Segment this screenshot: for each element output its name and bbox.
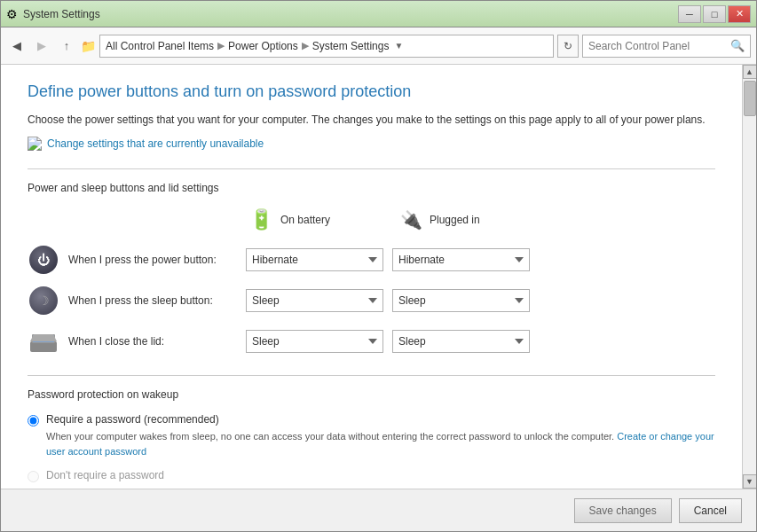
page-description: Choose the power settings that you want … — [28, 112, 715, 128]
require-password-label: Require a password (recommended) — [46, 413, 715, 426]
scrollbar: ▲ ▼ — [742, 65, 756, 489]
main-content: Define power buttons and turn on passwor… — [1, 65, 742, 489]
sleep-circle-icon: ☽ — [29, 286, 58, 315]
title-controls: ─ □ ✕ — [678, 5, 751, 23]
power-button-dropdowns: Hibernate Do nothing Sleep Shut down Tur… — [246, 248, 530, 271]
address-dropdown-arrow[interactable]: ▼ — [394, 41, 403, 51]
sleep-button-battery-select[interactable]: Sleep Do nothing Hibernate Shut down Tur… — [246, 289, 383, 312]
up-button[interactable]: ↑ — [56, 35, 77, 57]
breadcrumb-sep-1: ▶ — [217, 40, 225, 51]
require-password-content: Require a password (recommended) When yo… — [46, 413, 715, 458]
power-button-plugged-select[interactable]: Hibernate Do nothing Sleep Shut down Tur… — [392, 248, 530, 271]
power-table: 🔋 On battery 🔌 Plugged in ⏻ When I press… — [28, 208, 715, 357]
lid-battery-select[interactable]: Sleep Do nothing Hibernate Shut down Tur… — [246, 330, 383, 353]
breadcrumb-sep-2: ▶ — [302, 40, 309, 51]
no-require-password-radio[interactable] — [28, 471, 39, 482]
close-button[interactable]: ✕ — [728, 5, 751, 23]
breadcrumb-power-options[interactable]: Power Options — [228, 40, 298, 52]
scroll-down-button[interactable]: ▼ — [743, 474, 757, 489]
change-settings-link[interactable]: Change settings that are currently unava… — [47, 137, 264, 150]
power-table-header: 🔋 On battery 🔌 Plugged in — [28, 208, 715, 231]
sleep-button-plugged-select[interactable]: Sleep Do nothing Hibernate Shut down Tur… — [392, 289, 530, 312]
battery-icon: 🔋 — [249, 208, 273, 231]
folder-icon: 📁 — [81, 39, 96, 53]
no-require-password-desc: When your computer wakes from sleep, any… — [46, 485, 715, 489]
power-button-icon: ⏻ — [28, 244, 59, 276]
window-title: System Settings — [23, 8, 100, 20]
settings-link-container: Change settings that are currently unava… — [28, 137, 715, 151]
back-button[interactable]: ◀ — [6, 35, 28, 57]
app-icon: ⚙ — [6, 7, 18, 21]
breadcrumb-system-settings: System Settings — [312, 40, 390, 52]
no-require-password-option: Don't require a password When your compu… — [28, 469, 715, 489]
lid-row: When I close the lid: Sleep Do nothing H… — [28, 325, 715, 357]
address-bar: All Control Panel Items ▶ Power Options … — [99, 35, 554, 58]
title-bar: ⚙ System Settings ─ □ ✕ — [1, 1, 756, 27]
lid-dropdowns: Sleep Do nothing Hibernate Shut down Tur… — [246, 330, 530, 353]
scroll-thumb[interactable] — [744, 81, 756, 116]
col-header-battery: 🔋 On battery — [249, 208, 400, 231]
col-plugged-label: Plugged in — [430, 214, 480, 226]
search-box: 🔍 — [582, 35, 751, 58]
page-title: Define power buttons and turn on passwor… — [28, 82, 715, 101]
search-icon: 🔍 — [730, 39, 745, 52]
col-battery-label: On battery — [280, 214, 330, 226]
nav-bar: ◀ ▶ ↑ 📁 All Control Panel Items ▶ Power … — [1, 27, 756, 65]
search-input[interactable] — [588, 40, 727, 52]
sleep-button-label: When I press the sleep button: — [68, 294, 246, 307]
require-password-desc: When your computer wakes from sleep, no … — [46, 429, 715, 458]
shield-icon — [28, 137, 42, 151]
maximize-button[interactable]: □ — [703, 5, 726, 23]
svg-marker-3 — [30, 334, 57, 341]
no-require-password-label: Don't require a password — [46, 469, 715, 481]
section-divider-2 — [28, 375, 715, 376]
breadcrumb-all-items[interactable]: All Control Panel Items — [106, 40, 214, 52]
password-section: Password protection on wakeup Require a … — [28, 375, 715, 489]
title-bar-left: ⚙ System Settings — [6, 7, 100, 21]
lid-label: When I close the lid: — [68, 335, 246, 348]
create-password-link[interactable]: Create or change your user account passw… — [46, 431, 714, 457]
cancel-button[interactable]: Cancel — [679, 498, 742, 523]
require-password-radio[interactable] — [28, 415, 39, 426]
password-section-title: Password protection on wakeup — [28, 388, 715, 401]
save-changes-button[interactable]: Save changes — [574, 498, 672, 523]
forward-button[interactable]: ▶ — [31, 35, 52, 57]
plug-icon: 🔌 — [400, 209, 422, 231]
no-require-password-content: Don't require a password When your compu… — [46, 469, 715, 489]
laptop-lid-svg — [28, 329, 59, 354]
lid-plugged-select[interactable]: Sleep Do nothing Hibernate Shut down Tur… — [392, 330, 530, 353]
power-circle-icon: ⏻ — [29, 246, 58, 274]
content-area: Define power buttons and turn on passwor… — [1, 65, 756, 489]
sleep-button-dropdowns: Sleep Do nothing Hibernate Shut down Tur… — [246, 289, 530, 312]
power-button-label: When I press the power button: — [68, 254, 246, 266]
window: ⚙ System Settings ─ □ ✕ ◀ ▶ ↑ 📁 All Cont… — [0, 0, 757, 532]
power-section-title: Power and sleep buttons and lid settings — [28, 182, 715, 194]
power-button-row: ⏻ When I press the power button: Hiberna… — [28, 244, 715, 276]
section-divider-1 — [28, 168, 715, 169]
col-header-plugged: 🔌 Plugged in — [400, 208, 551, 231]
lid-icon — [28, 325, 59, 357]
refresh-button[interactable]: ↻ — [557, 35, 579, 58]
bottom-bar: Save changes Cancel — [1, 489, 756, 531]
power-button-battery-select[interactable]: Hibernate Do nothing Sleep Shut down Tur… — [246, 248, 383, 271]
require-password-option: Require a password (recommended) When yo… — [28, 413, 715, 458]
minimize-button[interactable]: ─ — [678, 5, 701, 23]
sleep-button-icon: ☽ — [28, 285, 59, 317]
sleep-button-row: ☽ When I press the sleep button: Sleep D… — [28, 285, 715, 317]
scroll-up-button[interactable]: ▲ — [743, 65, 757, 79]
